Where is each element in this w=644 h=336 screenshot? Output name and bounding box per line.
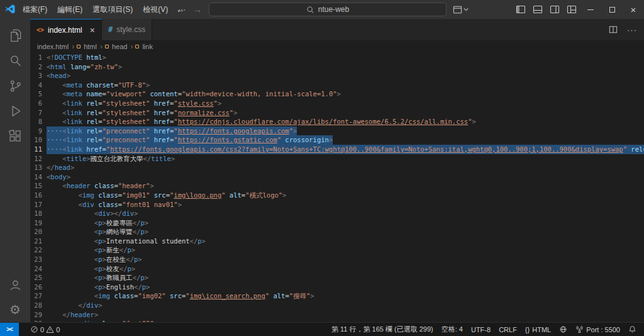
toggle-primary-sidebar-icon[interactable] bbox=[512, 0, 529, 19]
code-line[interactable]: 6 <link rel="stylesheet" href="style.css… bbox=[30, 99, 644, 108]
code-line[interactable]: 7 <link rel="stylesheet" href="normalize… bbox=[30, 108, 644, 118]
code-line[interactable]: 10····<link rel="preconnect" href="https… bbox=[30, 135, 644, 145]
line-number: 28 bbox=[30, 301, 47, 310]
run-debug-icon[interactable] bbox=[0, 98, 30, 123]
port-label: Port : 5500 bbox=[586, 326, 620, 333]
tab-bar: <> index.html × # style.css ··· bbox=[30, 19, 644, 40]
vscode-logo-icon bbox=[5, 4, 15, 14]
breadcrumb-file[interactable]: index.html bbox=[36, 43, 69, 50]
code-line-content: ····<link rel="preconnect" href="https:/… bbox=[47, 126, 297, 136]
code-line[interactable]: 26 <p>English</p> bbox=[30, 283, 644, 292]
code-line[interactable]: 3<head> bbox=[30, 71, 644, 81]
code-line[interactable]: 16 <img class="img01" src="img\logo.png"… bbox=[30, 191, 644, 200]
forward-icon[interactable]: → bbox=[192, 4, 203, 14]
line-number: 1 bbox=[30, 53, 47, 62]
minimize-button[interactable] bbox=[580, 0, 601, 19]
more-actions-icon[interactable]: ··· bbox=[624, 19, 640, 40]
code-line[interactable]: 2<html lang="zh-tw"> bbox=[30, 62, 644, 72]
code-line[interactable]: 13</head> bbox=[30, 163, 644, 172]
source-control-icon[interactable] bbox=[0, 73, 30, 98]
menu-file[interactable]: 檔案(F) bbox=[18, 0, 52, 19]
settings-gear-icon[interactable]: ⚙ bbox=[0, 297, 30, 322]
extensions-icon[interactable] bbox=[0, 123, 30, 148]
breadcrumb-link[interactable]: link bbox=[142, 43, 153, 50]
menu-bar: 檔案(F) 編輯(E) 選取項目(S) 檢視(V) ··· bbox=[0, 0, 191, 19]
notifications-bell-icon[interactable] bbox=[628, 325, 636, 333]
code-line[interactable]: 24 <p>校友</p> bbox=[30, 264, 644, 274]
command-center-search[interactable]: ntue-web bbox=[209, 3, 447, 16]
back-icon[interactable]: ← bbox=[175, 4, 186, 14]
line-number: 8 bbox=[30, 117, 47, 126]
line-number: 24 bbox=[30, 264, 47, 274]
code-line[interactable]: 29 </header> bbox=[30, 310, 644, 320]
maximize-button[interactable] bbox=[601, 0, 623, 19]
code-line[interactable]: 9····<link rel="preconnect" href="https:… bbox=[30, 126, 644, 136]
code-line[interactable]: 20 <p>網站導覽</p> bbox=[30, 227, 644, 237]
customize-layout-icon[interactable] bbox=[563, 0, 580, 19]
problems-indicator[interactable]: 0 0 bbox=[30, 325, 60, 333]
cursor-position[interactable]: 第 11 行，第 165 欄 (已選取 299) bbox=[331, 325, 433, 334]
breadcrumb-head[interactable]: head bbox=[111, 43, 128, 50]
code-line-content: <body> bbox=[47, 172, 70, 182]
code-line[interactable]: 19 <p>校慶專區</p> bbox=[30, 218, 644, 228]
code-line[interactable]: 17 <div class="font01 nav01"> bbox=[30, 200, 644, 210]
code-line[interactable]: 1<!DOCTYPE html> bbox=[30, 53, 644, 62]
line-number: 9 bbox=[30, 126, 47, 136]
vscode-window: 檔案(F) 編輯(E) 選取項目(S) 檢視(V) ··· ← → ntue-w… bbox=[0, 0, 644, 336]
activity-bar: ⚙ bbox=[0, 19, 30, 322]
code-line-content: <head> bbox=[47, 71, 70, 81]
close-button[interactable]: × bbox=[623, 0, 644, 19]
breadcrumb-html[interactable]: html bbox=[83, 43, 97, 50]
code-line[interactable]: 8 <link rel="stylesheet" href="https://c… bbox=[30, 117, 644, 126]
encoding-setting[interactable]: UTF-8 bbox=[471, 326, 491, 333]
code-line-content: <img class="img01" src="img\logo.png" al… bbox=[47, 191, 286, 200]
symbol-icon bbox=[77, 45, 80, 48]
browser-preview-icon[interactable] bbox=[559, 325, 567, 333]
warning-icon bbox=[46, 325, 54, 333]
code-editor[interactable]: 1<!DOCTYPE html>2<html lang="zh-tw">3<he… bbox=[30, 53, 644, 322]
code-line-content: ····<link rel="preconnect" href="https:/… bbox=[47, 135, 333, 145]
line-number: 10 bbox=[30, 135, 47, 145]
code-line[interactable]: 23 <p>在校生</p> bbox=[30, 255, 644, 264]
line-number: 27 bbox=[30, 291, 47, 301]
toggle-panel-icon[interactable] bbox=[529, 0, 546, 19]
search-view-icon[interactable] bbox=[0, 48, 30, 73]
code-line[interactable]: 15 <header class="header"> bbox=[30, 181, 644, 191]
tab-style-css[interactable]: # style.css bbox=[102, 19, 152, 40]
close-icon[interactable]: × bbox=[90, 25, 95, 35]
code-line-content: <p>教職員工</p> bbox=[47, 273, 148, 283]
code-line-content: ····<link href="https://fonts.googleapis… bbox=[47, 145, 644, 154]
live-server-port[interactable]: Port : 5500 bbox=[575, 325, 620, 333]
menu-selection[interactable]: 選取項目(S) bbox=[87, 0, 138, 19]
account-icon[interactable] bbox=[0, 272, 30, 297]
line-number: 21 bbox=[30, 237, 47, 246]
menu-edit[interactable]: 編輯(E) bbox=[52, 0, 87, 19]
language-mode[interactable]: {} HTML bbox=[525, 326, 551, 333]
chevron-right-icon: › bbox=[128, 42, 135, 51]
code-line[interactable]: 18 <div></div> bbox=[30, 209, 644, 218]
tab-index-html[interactable]: <> index.html × bbox=[30, 19, 102, 40]
open-new-window-icon[interactable] bbox=[452, 0, 469, 19]
code-line[interactable]: 5 <meta name="viewport" content="width=d… bbox=[30, 89, 644, 99]
explorer-icon[interactable] bbox=[0, 23, 30, 48]
eol-setting[interactable]: CRLF bbox=[499, 326, 517, 333]
code-line[interactable]: 12 <title>國立台北教育大學</title> bbox=[30, 154, 644, 164]
code-line[interactable]: 21 <p>International student</p> bbox=[30, 237, 644, 246]
code-line[interactable]: 28 </div> bbox=[30, 301, 644, 310]
code-line[interactable]: 27 <img class="img02" src="img\icon_sear… bbox=[30, 291, 644, 301]
code-line[interactable]: 11····<link href="https://fonts.googleap… bbox=[30, 145, 644, 154]
code-line-content: <title>國立台北教育大學</title> bbox=[47, 154, 175, 164]
code-line-content: <p>在校生</p> bbox=[47, 255, 142, 264]
code-line-content: </header> bbox=[47, 310, 98, 320]
chevron-right-icon: › bbox=[69, 42, 77, 51]
line-number: 20 bbox=[30, 227, 47, 237]
toggle-secondary-sidebar-icon[interactable] bbox=[546, 0, 563, 19]
menu-view[interactable]: 檢視(V) bbox=[138, 0, 173, 19]
indentation-setting[interactable]: 空格: 4 bbox=[441, 325, 463, 334]
code-line[interactable]: 25 <p>教職員工</p> bbox=[30, 273, 644, 283]
split-editor-icon[interactable] bbox=[605, 19, 621, 40]
code-line[interactable]: 22 <p>新生</p> bbox=[30, 245, 644, 255]
remote-indicator[interactable]: >< bbox=[0, 323, 19, 336]
code-line[interactable]: 14<body> bbox=[30, 172, 644, 182]
code-line[interactable]: 4 <meta charset="UTF-8"> bbox=[30, 81, 644, 90]
